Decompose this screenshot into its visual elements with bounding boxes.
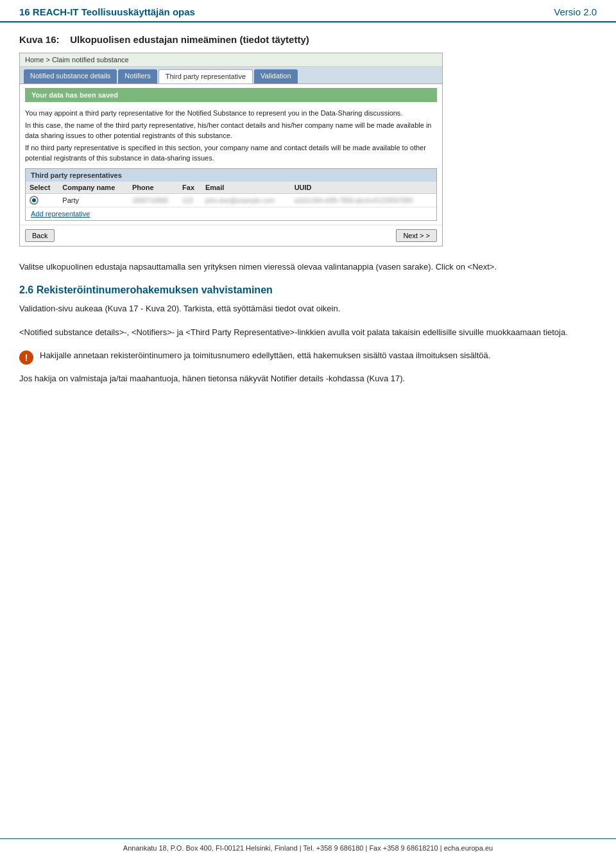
add-representative-link[interactable]: Add representative [26, 207, 436, 220]
body-paragraph-3: <Notified substance details>-, <Notifier… [19, 326, 597, 340]
success-banner: Your data has been saved [25, 88, 437, 102]
page-footer: Annankatu 18, P.O. Box 400, FI-00121 Hel… [0, 838, 616, 857]
bottom-nav: Back Next > > [20, 225, 442, 246]
third-party-section: Third party representatives Select Compa… [25, 168, 437, 221]
info-icon: ! [19, 351, 33, 365]
col-uuid: UUID [291, 182, 436, 194]
col-phone: Phone [128, 182, 178, 194]
intro-para-1: You may appoint a third party representa… [25, 108, 437, 118]
col-select: Select [26, 182, 58, 194]
company-cell: Party [58, 193, 128, 207]
col-fax: Fax [178, 182, 201, 194]
intro-para-2: In this case, the name of the third part… [25, 121, 437, 141]
tab-third-party-representative[interactable]: Third party representative [158, 69, 253, 83]
phone-cell: 1800710888 [128, 193, 178, 207]
tab-validation[interactable]: Validation [254, 69, 298, 83]
body-paragraph-1: Valitse ulkopuolinen edustaja napsauttam… [19, 261, 597, 274]
intro-para-3: If no third party representative is spec… [25, 143, 437, 163]
footer-text: Annankatu 18, P.O. Box 400, FI-00121 Hel… [123, 844, 493, 852]
col-email: Email [201, 182, 291, 194]
table-row: Party 1800710888 123 john.doe@example.co… [26, 193, 436, 207]
back-button[interactable]: Back [25, 229, 55, 242]
next-button[interactable]: Next > > [396, 229, 437, 242]
screenshot-box: Home > Claim notified substance Notified… [19, 53, 443, 247]
info-text: Hakijalle annetaan rekisteröintinumero j… [40, 349, 490, 363]
uuid-cell: a1b2c3d4-e5f6-7890-abcd-ef1234567890 [291, 193, 436, 207]
main-content: Kuva 16: Ulkopuolisen edustajan nimeämin… [0, 22, 616, 415]
breadcrumb: Home > Claim notified substance [20, 53, 442, 67]
email-cell: john.doe@example.com [201, 193, 291, 207]
tab-notified-substance-details[interactable]: Notified substance details [24, 69, 117, 83]
radio-button[interactable] [30, 196, 38, 205]
col-company: Company name [58, 182, 128, 194]
figure-caption: Ulkopuolisen edustajan nimeäminen (tiedo… [70, 34, 309, 45]
intro-text: You may appoint a third party representa… [20, 106, 442, 164]
fax-cell: 123 [178, 193, 201, 207]
tab-bar: Notified substance details Notifiers Thi… [20, 67, 442, 84]
section-heading: 2.6 Rekisteröintinumerohakemuksen vahvis… [19, 284, 597, 296]
header-left: 16 REACH-IT Teollisuuskäyttäjän opas [19, 6, 195, 17]
figure-title: Kuva 16: Ulkopuolisen edustajan nimeämin… [19, 34, 597, 45]
tab-notifiers[interactable]: Notifiers [118, 69, 157, 83]
page-header: 16 REACH-IT Teollisuuskäyttäjän opas Ver… [0, 0, 616, 22]
radio-cell[interactable] [26, 193, 58, 207]
body-paragraph-2: Validation-sivu aukeaa (Kuva 17 - Kuva 2… [19, 302, 597, 316]
representatives-table: Select Company name Phone Fax Email UUID [26, 182, 436, 207]
header-right: Versio 2.0 [554, 6, 597, 17]
section-title: Third party representatives [26, 169, 436, 182]
radio-inner [32, 198, 36, 202]
info-box: ! Hakijalle annetaan rekisteröintinumero… [19, 349, 597, 365]
body-paragraph-4: Jos hakija on valmistaja ja/tai maahantu… [19, 372, 597, 386]
figure-number: Kuva 16: [19, 34, 60, 45]
